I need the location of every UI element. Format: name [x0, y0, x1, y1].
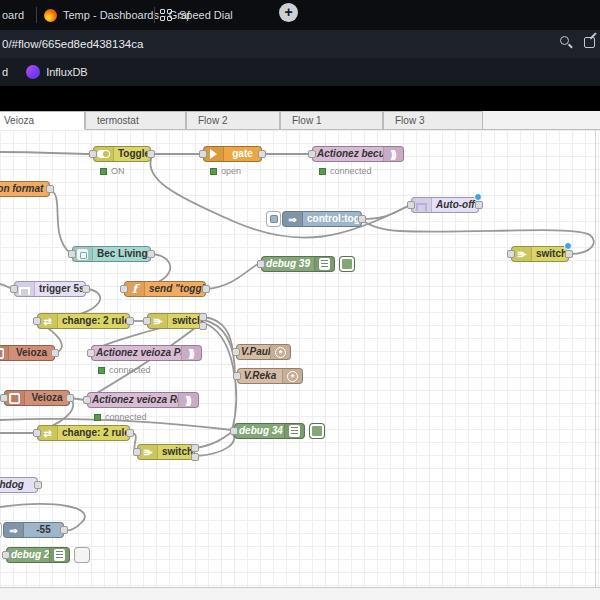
browser-tab-partial[interactable]: oard [2, 0, 24, 30]
output-port[interactable] [199, 322, 207, 330]
input-port[interactable] [143, 317, 151, 325]
node-switch[interactable]: ⋔ switch [137, 444, 195, 460]
node-label: V.Reka [238, 369, 282, 383]
input-port[interactable] [2, 551, 10, 559]
input-port[interactable] [233, 372, 241, 380]
input-port[interactable] [257, 260, 265, 268]
wire[interactable] [196, 433, 234, 456]
switch-branch-icon: ⋔ [138, 445, 158, 459]
url-bar[interactable]: 0/#flow/665ed8ed438134ca [0, 30, 600, 58]
flow-tab-flow1[interactable]: Flow 1 [280, 111, 383, 130]
node-switch[interactable]: ⋔ switch [147, 313, 203, 329]
input-port[interactable] [83, 396, 91, 404]
output-port[interactable] [358, 215, 366, 223]
output-port[interactable] [126, 429, 134, 437]
wire[interactable] [49, 189, 70, 253]
output-port[interactable] [191, 444, 199, 452]
node-gate[interactable]: gate [203, 146, 262, 162]
output-port[interactable] [202, 285, 210, 293]
output-port[interactable] [60, 526, 68, 534]
wire[interactable] [204, 320, 235, 376]
node-button-format[interactable]: tton format [0, 181, 50, 197]
search-icon[interactable] [560, 36, 569, 45]
output-port[interactable] [126, 317, 134, 325]
flow-tab-label: Veioza [4, 115, 34, 126]
node-v-reka[interactable]: V.Reka * [237, 368, 303, 384]
wire[interactable] [362, 206, 408, 219]
node-label: switch [158, 445, 194, 459]
debug-toggle-button[interactable] [309, 423, 325, 439]
node-veioza[interactable]: ▦ Veioza [4, 390, 70, 406]
output-port[interactable] [199, 313, 207, 321]
node-label: Actionez becul [313, 147, 383, 161]
input-port[interactable] [133, 448, 141, 456]
output-port[interactable] [51, 349, 59, 357]
input-port[interactable] [407, 201, 415, 209]
node-watchdog[interactable]: atchdog [0, 477, 38, 493]
input-port[interactable] [10, 285, 18, 293]
flow-tab-flow2[interactable]: Flow 2 [186, 111, 280, 130]
node-control-toggle[interactable]: ⇒ control:toggle [282, 211, 362, 227]
output-port[interactable] [82, 285, 90, 293]
flow-tab-termostat[interactable]: termostat [85, 111, 186, 130]
node-actionez-veioza-paul[interactable]: Actionez veioza Paul ))) [91, 345, 202, 361]
node-actionez-becul[interactable]: Actionez becul ))) [312, 146, 404, 162]
node-debug-34[interactable]: debug 34 [234, 423, 305, 439]
inject-button[interactable] [266, 211, 281, 227]
node-auto-off[interactable]: Auto-off [411, 197, 479, 213]
input-port[interactable] [87, 349, 95, 357]
node-send-toggle[interactable]: f send "toggle" [124, 281, 206, 297]
node-label: Veioza [25, 391, 69, 405]
new-tab-button[interactable]: + [279, 3, 298, 22]
output-port[interactable] [565, 250, 573, 258]
bookmark-influxdb[interactable]: InfluxDB [46, 66, 88, 78]
wifi-icon: ))) [383, 147, 403, 161]
rosette-icon: * [270, 345, 290, 359]
input-port[interactable] [199, 150, 207, 158]
debug-toggle-button[interactable] [339, 256, 355, 272]
input-port[interactable] [308, 150, 316, 158]
output-port[interactable] [147, 250, 155, 258]
node-bec-living[interactable]: Bec Living [72, 246, 151, 262]
output-port[interactable] [147, 150, 155, 158]
input-port[interactable] [230, 427, 238, 435]
canvas-edge-line [595, 130, 596, 587]
wire[interactable] [196, 432, 232, 448]
output-port[interactable] [46, 185, 54, 193]
node-v-paul[interactable]: V.Paul * [236, 344, 291, 360]
flow-tab-veioza[interactable]: Veioza [0, 111, 85, 130]
node-toggle[interactable]: Toggle [93, 146, 151, 162]
node-change-2-rules[interactable]: ⇄ change: 2 rules [37, 425, 130, 441]
browser-tab-speed-dial[interactable]: Speed Dial [160, 0, 233, 30]
bookmark-partial[interactable]: d [0, 66, 8, 78]
node-trigger-5s[interactable]: trigger 5s [14, 281, 86, 297]
flow-tab-flow3[interactable]: Flow 3 [383, 111, 483, 130]
browser-tab-label: Speed Dial [179, 9, 233, 21]
edit-icon[interactable] [584, 37, 595, 48]
node-debug-39[interactable]: debug 39 [261, 256, 335, 272]
input-port[interactable] [232, 348, 240, 356]
flow-tab-label: Flow 3 [395, 115, 424, 126]
node-change-2-rules[interactable]: ⇄ change: 2 rules [37, 313, 130, 329]
input-port[interactable] [120, 285, 128, 293]
output-port[interactable] [191, 453, 199, 461]
node-actionez-veioza-reka[interactable]: Actionez veioza Reka ))) [87, 392, 199, 408]
input-port[interactable] [68, 250, 76, 258]
wire[interactable] [207, 264, 258, 289]
node-veioza[interactable]: ▦ Veioza [0, 345, 55, 361]
flow-canvas[interactable]: Toggle ON gate open Actionez becul ))) c… [0, 130, 600, 587]
debug-toggle-button[interactable] [74, 547, 90, 563]
node-switch[interactable]: ⋔ switch [511, 246, 569, 262]
input-port[interactable] [89, 150, 97, 158]
output-port[interactable] [34, 481, 42, 489]
node-minus-55[interactable]: ⇒ -55 [3, 522, 64, 538]
output-port[interactable] [475, 201, 483, 209]
output-port[interactable] [66, 394, 74, 402]
input-port[interactable] [507, 250, 515, 258]
node-debug-28[interactable]: debug 28 [6, 547, 70, 563]
output-port[interactable] [258, 150, 266, 158]
input-port[interactable] [33, 429, 41, 437]
input-port[interactable] [0, 394, 8, 402]
wire[interactable] [0, 152, 90, 154]
input-port[interactable] [33, 317, 41, 325]
